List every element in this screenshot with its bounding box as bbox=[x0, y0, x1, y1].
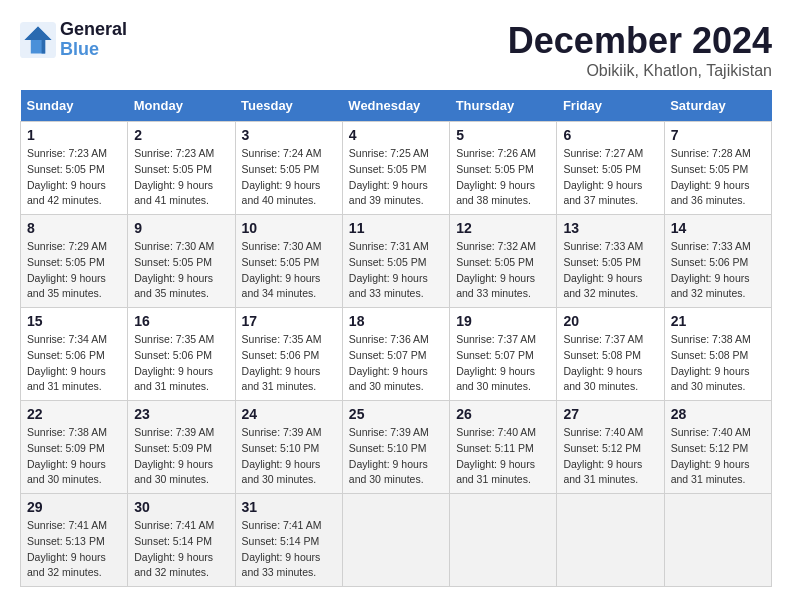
logo: General Blue bbox=[20, 20, 127, 60]
weekday-header-saturday: Saturday bbox=[664, 90, 771, 122]
calendar-cell: 4Sunrise: 7:25 AMSunset: 5:05 PMDaylight… bbox=[342, 122, 449, 215]
calendar-cell: 19Sunrise: 7:37 AMSunset: 5:07 PMDayligh… bbox=[450, 308, 557, 401]
day-number: 10 bbox=[242, 220, 336, 236]
day-info: Sunrise: 7:27 AMSunset: 5:05 PMDaylight:… bbox=[563, 146, 657, 209]
day-number: 28 bbox=[671, 406, 765, 422]
day-info: Sunrise: 7:41 AMSunset: 5:13 PMDaylight:… bbox=[27, 518, 121, 581]
day-info: Sunrise: 7:37 AMSunset: 5:08 PMDaylight:… bbox=[563, 332, 657, 395]
calendar-cell: 25Sunrise: 7:39 AMSunset: 5:10 PMDayligh… bbox=[342, 401, 449, 494]
day-info: Sunrise: 7:40 AMSunset: 5:11 PMDaylight:… bbox=[456, 425, 550, 488]
calendar-week-row: 1Sunrise: 7:23 AMSunset: 5:05 PMDaylight… bbox=[21, 122, 772, 215]
day-number: 14 bbox=[671, 220, 765, 236]
day-info: Sunrise: 7:35 AMSunset: 5:06 PMDaylight:… bbox=[134, 332, 228, 395]
day-info: Sunrise: 7:23 AMSunset: 5:05 PMDaylight:… bbox=[134, 146, 228, 209]
calendar-week-row: 15Sunrise: 7:34 AMSunset: 5:06 PMDayligh… bbox=[21, 308, 772, 401]
day-info: Sunrise: 7:23 AMSunset: 5:05 PMDaylight:… bbox=[27, 146, 121, 209]
day-info: Sunrise: 7:39 AMSunset: 5:10 PMDaylight:… bbox=[349, 425, 443, 488]
day-info: Sunrise: 7:40 AMSunset: 5:12 PMDaylight:… bbox=[671, 425, 765, 488]
day-number: 4 bbox=[349, 127, 443, 143]
calendar-cell: 16Sunrise: 7:35 AMSunset: 5:06 PMDayligh… bbox=[128, 308, 235, 401]
calendar-cell: 13Sunrise: 7:33 AMSunset: 5:05 PMDayligh… bbox=[557, 215, 664, 308]
day-number: 9 bbox=[134, 220, 228, 236]
day-number: 13 bbox=[563, 220, 657, 236]
day-info: Sunrise: 7:37 AMSunset: 5:07 PMDaylight:… bbox=[456, 332, 550, 395]
day-number: 16 bbox=[134, 313, 228, 329]
day-info: Sunrise: 7:39 AMSunset: 5:10 PMDaylight:… bbox=[242, 425, 336, 488]
month-title: December 2024 bbox=[508, 20, 772, 62]
day-number: 8 bbox=[27, 220, 121, 236]
day-number: 21 bbox=[671, 313, 765, 329]
day-number: 25 bbox=[349, 406, 443, 422]
day-info: Sunrise: 7:24 AMSunset: 5:05 PMDaylight:… bbox=[242, 146, 336, 209]
day-info: Sunrise: 7:31 AMSunset: 5:05 PMDaylight:… bbox=[349, 239, 443, 302]
calendar-cell: 6Sunrise: 7:27 AMSunset: 5:05 PMDaylight… bbox=[557, 122, 664, 215]
calendar-cell: 26Sunrise: 7:40 AMSunset: 5:11 PMDayligh… bbox=[450, 401, 557, 494]
day-number: 29 bbox=[27, 499, 121, 515]
day-number: 22 bbox=[27, 406, 121, 422]
day-info: Sunrise: 7:41 AMSunset: 5:14 PMDaylight:… bbox=[134, 518, 228, 581]
weekday-header-monday: Monday bbox=[128, 90, 235, 122]
calendar-cell: 23Sunrise: 7:39 AMSunset: 5:09 PMDayligh… bbox=[128, 401, 235, 494]
location-title: Obikiik, Khatlon, Tajikistan bbox=[508, 62, 772, 80]
logo-icon bbox=[20, 22, 56, 58]
day-number: 19 bbox=[456, 313, 550, 329]
calendar-table: SundayMondayTuesdayWednesdayThursdayFrid… bbox=[20, 90, 772, 587]
calendar-cell: 2Sunrise: 7:23 AMSunset: 5:05 PMDaylight… bbox=[128, 122, 235, 215]
calendar-cell: 21Sunrise: 7:38 AMSunset: 5:08 PMDayligh… bbox=[664, 308, 771, 401]
day-info: Sunrise: 7:38 AMSunset: 5:09 PMDaylight:… bbox=[27, 425, 121, 488]
calendar-cell: 12Sunrise: 7:32 AMSunset: 5:05 PMDayligh… bbox=[450, 215, 557, 308]
calendar-cell: 3Sunrise: 7:24 AMSunset: 5:05 PMDaylight… bbox=[235, 122, 342, 215]
day-info: Sunrise: 7:33 AMSunset: 5:06 PMDaylight:… bbox=[671, 239, 765, 302]
weekday-header-friday: Friday bbox=[557, 90, 664, 122]
day-number: 23 bbox=[134, 406, 228, 422]
day-number: 20 bbox=[563, 313, 657, 329]
day-info: Sunrise: 7:38 AMSunset: 5:08 PMDaylight:… bbox=[671, 332, 765, 395]
day-number: 1 bbox=[27, 127, 121, 143]
calendar-cell bbox=[450, 494, 557, 587]
calendar-cell: 17Sunrise: 7:35 AMSunset: 5:06 PMDayligh… bbox=[235, 308, 342, 401]
calendar-cell bbox=[557, 494, 664, 587]
day-info: Sunrise: 7:26 AMSunset: 5:05 PMDaylight:… bbox=[456, 146, 550, 209]
day-info: Sunrise: 7:34 AMSunset: 5:06 PMDaylight:… bbox=[27, 332, 121, 395]
day-number: 5 bbox=[456, 127, 550, 143]
day-info: Sunrise: 7:39 AMSunset: 5:09 PMDaylight:… bbox=[134, 425, 228, 488]
calendar-cell: 30Sunrise: 7:41 AMSunset: 5:14 PMDayligh… bbox=[128, 494, 235, 587]
day-number: 24 bbox=[242, 406, 336, 422]
day-info: Sunrise: 7:32 AMSunset: 5:05 PMDaylight:… bbox=[456, 239, 550, 302]
day-info: Sunrise: 7:33 AMSunset: 5:05 PMDaylight:… bbox=[563, 239, 657, 302]
calendar-cell: 10Sunrise: 7:30 AMSunset: 5:05 PMDayligh… bbox=[235, 215, 342, 308]
calendar-cell: 15Sunrise: 7:34 AMSunset: 5:06 PMDayligh… bbox=[21, 308, 128, 401]
calendar-cell: 5Sunrise: 7:26 AMSunset: 5:05 PMDaylight… bbox=[450, 122, 557, 215]
day-info: Sunrise: 7:36 AMSunset: 5:07 PMDaylight:… bbox=[349, 332, 443, 395]
calendar-cell: 27Sunrise: 7:40 AMSunset: 5:12 PMDayligh… bbox=[557, 401, 664, 494]
calendar-cell: 14Sunrise: 7:33 AMSunset: 5:06 PMDayligh… bbox=[664, 215, 771, 308]
day-number: 7 bbox=[671, 127, 765, 143]
day-info: Sunrise: 7:41 AMSunset: 5:14 PMDaylight:… bbox=[242, 518, 336, 581]
calendar-cell: 7Sunrise: 7:28 AMSunset: 5:05 PMDaylight… bbox=[664, 122, 771, 215]
day-info: Sunrise: 7:28 AMSunset: 5:05 PMDaylight:… bbox=[671, 146, 765, 209]
day-info: Sunrise: 7:25 AMSunset: 5:05 PMDaylight:… bbox=[349, 146, 443, 209]
calendar-cell: 18Sunrise: 7:36 AMSunset: 5:07 PMDayligh… bbox=[342, 308, 449, 401]
day-number: 6 bbox=[563, 127, 657, 143]
day-number: 12 bbox=[456, 220, 550, 236]
calendar-week-row: 29Sunrise: 7:41 AMSunset: 5:13 PMDayligh… bbox=[21, 494, 772, 587]
weekday-header-thursday: Thursday bbox=[450, 90, 557, 122]
day-number: 27 bbox=[563, 406, 657, 422]
day-info: Sunrise: 7:40 AMSunset: 5:12 PMDaylight:… bbox=[563, 425, 657, 488]
day-info: Sunrise: 7:35 AMSunset: 5:06 PMDaylight:… bbox=[242, 332, 336, 395]
calendar-cell: 11Sunrise: 7:31 AMSunset: 5:05 PMDayligh… bbox=[342, 215, 449, 308]
calendar-cell: 8Sunrise: 7:29 AMSunset: 5:05 PMDaylight… bbox=[21, 215, 128, 308]
day-number: 26 bbox=[456, 406, 550, 422]
header: General Blue December 2024 Obikiik, Khat… bbox=[20, 20, 772, 80]
calendar-cell: 20Sunrise: 7:37 AMSunset: 5:08 PMDayligh… bbox=[557, 308, 664, 401]
weekday-header-tuesday: Tuesday bbox=[235, 90, 342, 122]
day-number: 30 bbox=[134, 499, 228, 515]
day-info: Sunrise: 7:30 AMSunset: 5:05 PMDaylight:… bbox=[134, 239, 228, 302]
day-info: Sunrise: 7:30 AMSunset: 5:05 PMDaylight:… bbox=[242, 239, 336, 302]
calendar-week-row: 8Sunrise: 7:29 AMSunset: 5:05 PMDaylight… bbox=[21, 215, 772, 308]
calendar-cell: 28Sunrise: 7:40 AMSunset: 5:12 PMDayligh… bbox=[664, 401, 771, 494]
day-number: 17 bbox=[242, 313, 336, 329]
logo-text: General Blue bbox=[60, 20, 127, 60]
day-number: 3 bbox=[242, 127, 336, 143]
day-number: 18 bbox=[349, 313, 443, 329]
